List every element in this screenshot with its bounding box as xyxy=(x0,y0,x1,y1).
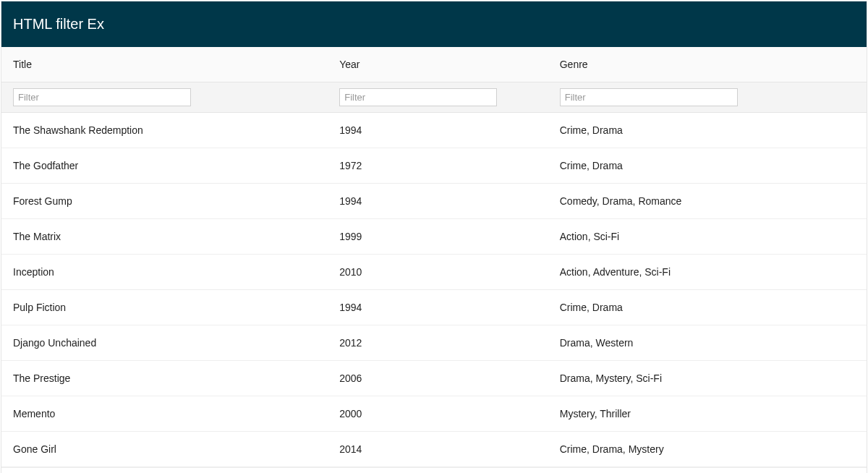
cell-genre: Crime, Drama xyxy=(548,148,867,183)
cell-genre: Drama, Western xyxy=(548,325,867,360)
column-header-year[interactable]: Year xyxy=(328,47,548,82)
filter-cell-year xyxy=(328,88,548,106)
cell-title: Gone Girl xyxy=(1,432,328,466)
cell-title: The Matrix xyxy=(1,219,328,254)
filter-input-title[interactable] xyxy=(13,88,191,106)
table-row: The Prestige 2006 Drama, Mystery, Sci-Fi xyxy=(1,361,867,396)
column-header-genre[interactable]: Genre xyxy=(548,47,867,82)
cell-genre: Action, Sci-Fi xyxy=(548,219,867,254)
cell-year: 1994 xyxy=(328,184,548,218)
cell-year: 1972 xyxy=(328,148,548,183)
column-header-title[interactable]: Title xyxy=(1,47,328,82)
filter-cell-genre xyxy=(548,88,867,106)
cell-genre: Comedy, Drama, Romance xyxy=(548,184,867,218)
cell-genre: Mystery, Thriller xyxy=(548,396,867,431)
cell-genre: Action, Adventure, Sci-Fi xyxy=(548,255,867,289)
table-row: Inception 2010 Action, Adventure, Sci-Fi xyxy=(1,255,867,290)
cell-year: 2014 xyxy=(328,432,548,466)
filter-input-genre[interactable] xyxy=(560,88,738,106)
data-grid: HTML filter Ex Title Year Genre The Shaw… xyxy=(1,1,867,473)
cell-title: Inception xyxy=(1,255,328,289)
table-row: Django Unchained 2012 Drama, Western xyxy=(1,325,867,361)
cell-title: Forest Gump xyxy=(1,184,328,218)
cell-year: 2010 xyxy=(328,255,548,289)
cell-title: Pulp Fiction xyxy=(1,290,328,325)
cell-genre: Crime, Drama xyxy=(548,290,867,325)
cell-year: 1994 xyxy=(328,113,548,148)
cell-genre: Crime, Drama, Mystery xyxy=(548,432,867,466)
cell-title: The Prestige xyxy=(1,361,328,396)
cell-year: 2006 xyxy=(328,361,548,396)
table-row: Memento 2000 Mystery, Thriller xyxy=(1,396,867,432)
cell-title: Django Unchained xyxy=(1,325,328,360)
grid-caption: HTML filter Ex xyxy=(1,1,867,47)
table-row: The Matrix 1999 Action, Sci-Fi xyxy=(1,219,867,255)
filter-row xyxy=(1,82,867,113)
cell-genre: Drama, Mystery, Sci-Fi xyxy=(548,361,867,396)
grid-footer: Powered By ZingGrid xyxy=(1,467,867,473)
cell-title: The Godfather xyxy=(1,148,328,183)
table-row: The Godfather 1972 Crime, Drama xyxy=(1,148,867,184)
table-row: Gone Girl 2014 Crime, Drama, Mystery xyxy=(1,432,867,467)
filter-cell-title xyxy=(1,88,328,106)
filter-input-year[interactable] xyxy=(339,88,497,106)
table-row: Pulp Fiction 1994 Crime, Drama xyxy=(1,290,867,325)
cell-genre: Crime, Drama xyxy=(548,113,867,148)
table-row: Forest Gump 1994 Comedy, Drama, Romance xyxy=(1,184,867,219)
cell-year: 2012 xyxy=(328,325,548,360)
cell-year: 1999 xyxy=(328,219,548,254)
table-row: The Shawshank Redemption 1994 Crime, Dra… xyxy=(1,113,867,148)
cell-year: 1994 xyxy=(328,290,548,325)
column-header-row: Title Year Genre xyxy=(1,47,867,82)
cell-title: Memento xyxy=(1,396,328,431)
cell-title: The Shawshank Redemption xyxy=(1,113,328,148)
cell-year: 2000 xyxy=(328,396,548,431)
